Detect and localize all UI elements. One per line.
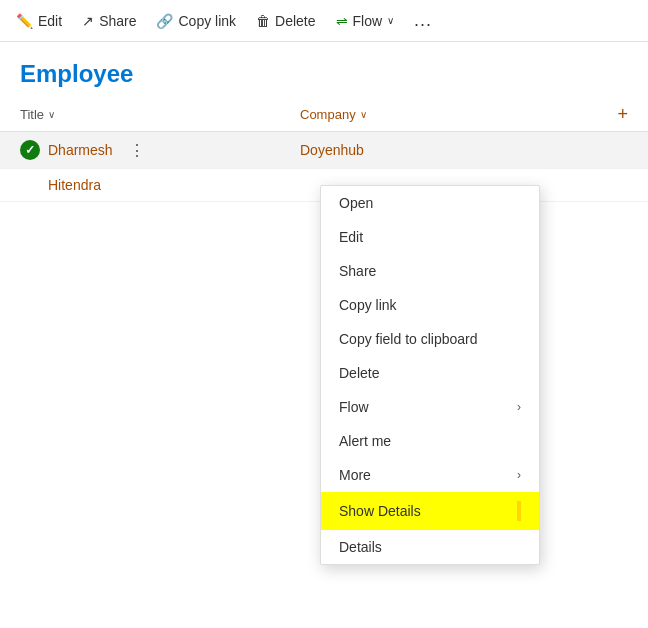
flow-button[interactable]: ⇌ Flow ∨ bbox=[336, 13, 395, 29]
delete-label: Delete bbox=[275, 13, 315, 29]
context-menu-item-delete[interactable]: Delete bbox=[321, 356, 539, 390]
edit-label: Edit bbox=[38, 13, 62, 29]
context-menu-item-open[interactable]: Open bbox=[321, 186, 539, 220]
row-title-cell: Hitendra bbox=[20, 177, 300, 193]
share-icon: ↗ bbox=[82, 13, 94, 29]
context-menu-alert-label: Alert me bbox=[339, 433, 391, 449]
flow-icon: ⇌ bbox=[336, 13, 348, 29]
context-menu-item-details[interactable]: Details bbox=[321, 530, 539, 564]
context-menu-details-label: Details bbox=[339, 539, 382, 555]
company-sort-icon: ∨ bbox=[360, 109, 367, 120]
table-row: Dharmesh ⋮ Doyenhub bbox=[0, 132, 648, 169]
row-title-cell: Dharmesh ⋮ bbox=[20, 140, 300, 160]
context-menu-item-copy-field[interactable]: Copy field to clipboard bbox=[321, 322, 539, 356]
context-menu-item-more[interactable]: More › bbox=[321, 458, 539, 492]
context-menu-item-copy-link[interactable]: Copy link bbox=[321, 288, 539, 322]
page-title: Employee bbox=[0, 42, 648, 98]
list-header: Title ∨ Company ∨ + bbox=[0, 98, 648, 132]
context-menu-more-label: More bbox=[339, 467, 371, 483]
row-context-dots[interactable]: ⋮ bbox=[129, 141, 145, 160]
context-menu: Open Edit Share Copy link Copy field to … bbox=[320, 185, 540, 565]
column-title-header[interactable]: Title ∨ bbox=[20, 107, 300, 122]
copy-link-button[interactable]: 🔗 Copy link bbox=[156, 13, 236, 29]
add-column-button[interactable]: + bbox=[617, 104, 628, 125]
share-label: Share bbox=[99, 13, 136, 29]
more-chevron-right-icon: › bbox=[517, 468, 521, 482]
flow-chevron-right-icon: › bbox=[517, 400, 521, 414]
context-menu-copy-link-label: Copy link bbox=[339, 297, 397, 313]
row-name-link[interactable]: Dharmesh bbox=[48, 142, 113, 158]
column-title-label: Title bbox=[20, 107, 44, 122]
copy-link-label: Copy link bbox=[178, 13, 236, 29]
edit-button[interactable]: ✏️ Edit bbox=[16, 13, 62, 29]
more-button[interactable]: ... bbox=[414, 10, 432, 31]
context-menu-item-edit[interactable]: Edit bbox=[321, 220, 539, 254]
row-company-cell: Doyenhub bbox=[300, 142, 628, 158]
delete-button[interactable]: 🗑 Delete bbox=[256, 13, 315, 29]
delete-icon: 🗑 bbox=[256, 13, 270, 29]
check-icon bbox=[20, 140, 40, 160]
context-menu-copy-field-label: Copy field to clipboard bbox=[339, 331, 478, 347]
copy-link-icon: 🔗 bbox=[156, 13, 173, 29]
context-menu-delete-label: Delete bbox=[339, 365, 379, 381]
flow-label: Flow bbox=[353, 13, 383, 29]
context-menu-item-share[interactable]: Share bbox=[321, 254, 539, 288]
context-menu-flow-label: Flow bbox=[339, 399, 369, 415]
context-menu-item-alert-me[interactable]: Alert me bbox=[321, 424, 539, 458]
column-company-label: Company bbox=[300, 107, 356, 122]
context-menu-share-label: Share bbox=[339, 263, 376, 279]
title-sort-icon: ∨ bbox=[48, 109, 55, 120]
edit-icon: ✏️ bbox=[16, 13, 33, 29]
column-company-header[interactable]: Company ∨ bbox=[300, 107, 617, 122]
context-menu-open-label: Open bbox=[339, 195, 373, 211]
context-menu-item-show-details[interactable]: Show Details bbox=[321, 492, 539, 530]
highlight-marker bbox=[517, 501, 521, 521]
context-menu-show-details-label: Show Details bbox=[339, 503, 421, 519]
chevron-down-icon: ∨ bbox=[387, 15, 394, 26]
toolbar: ✏️ Edit ↗ Share 🔗 Copy link 🗑 Delete ⇌ F… bbox=[0, 0, 648, 42]
share-button[interactable]: ↗ Share bbox=[82, 13, 136, 29]
context-menu-edit-label: Edit bbox=[339, 229, 363, 245]
context-menu-item-flow[interactable]: Flow › bbox=[321, 390, 539, 424]
row-name-link[interactable]: Hitendra bbox=[48, 177, 101, 193]
